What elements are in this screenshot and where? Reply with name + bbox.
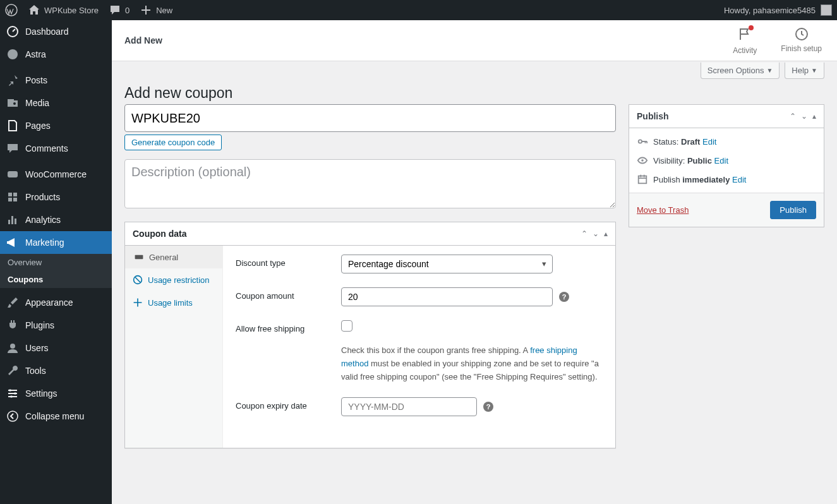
discount-type-select[interactable]: Percentage discount	[341, 255, 553, 273]
plus-icon	[140, 4, 152, 16]
new-link[interactable]: New	[140, 4, 172, 16]
flag-icon	[737, 27, 752, 44]
tab-general[interactable]: General	[125, 246, 222, 268]
free-shipping-checkbox[interactable]	[341, 320, 352, 332]
calendar-icon	[637, 174, 648, 185]
screen-options-tab[interactable]: Screen Options▼	[701, 63, 780, 79]
eye-icon	[637, 155, 648, 166]
wp-logo[interactable]	[5, 4, 18, 16]
media-icon	[6, 97, 19, 109]
brush-icon	[6, 296, 19, 309]
page-title: Add new coupon	[112, 79, 837, 104]
panel-down-icon[interactable]: ⌄	[593, 229, 599, 238]
astra-icon	[6, 48, 19, 61]
products-icon	[6, 191, 19, 203]
sidebar-item-analytics[interactable]: Analytics	[0, 208, 112, 231]
svg-point-3	[13, 102, 16, 105]
site-link[interactable]: WPKube Store	[28, 4, 99, 16]
panel-up-icon[interactable]: ⌃	[790, 112, 796, 121]
comments-link[interactable]: 0	[109, 4, 129, 16]
svg-point-13	[639, 140, 642, 143]
coupon-amount-input[interactable]	[341, 287, 553, 306]
publish-title: Publish	[637, 111, 669, 121]
help-icon[interactable]: ?	[559, 292, 569, 302]
sidebar-item-products[interactable]: Products	[0, 186, 112, 208]
caret-down-icon: ▼	[766, 67, 773, 74]
panel-toggle-icon[interactable]: ▴	[604, 229, 608, 238]
coupon-amount-label: Coupon amount	[236, 287, 341, 301]
sidebar-item-collapse[interactable]: Collapse menu	[0, 405, 112, 428]
expiry-label: Coupon expiry date	[236, 397, 341, 411]
admin-bar: WPKube Store 0 New Howdy, pahasemice5485	[0, 0, 837, 20]
sliders-icon	[6, 387, 19, 400]
tab-usage-limits[interactable]: Usage limits	[125, 291, 222, 314]
limits-icon	[133, 297, 143, 308]
admin-sidebar: Dashboard Astra Posts Media Pages Commen…	[0, 20, 112, 504]
page-icon	[6, 119, 19, 132]
user-icon	[6, 342, 19, 354]
panel-up-icon[interactable]: ⌃	[581, 229, 587, 238]
activity-button[interactable]: Activity	[730, 27, 759, 55]
sidebar-item-marketing[interactable]: Marketing	[0, 231, 112, 254]
avatar[interactable]	[821, 4, 832, 16]
coupon-data-box: Coupon data ⌃ ⌄ ▴ General Usage restrict…	[124, 222, 616, 448]
free-shipping-label: Allow free shipping	[236, 320, 341, 333]
svg-point-2	[8, 49, 18, 59]
sidebar-item-tools[interactable]: Tools	[0, 359, 112, 382]
sidebar-item-pages[interactable]: Pages	[0, 114, 112, 137]
free-shipping-help: Check this box if the coupon grants free…	[341, 344, 603, 383]
sidebar-item-settings[interactable]: Settings	[0, 382, 112, 405]
expiry-input[interactable]	[341, 397, 477, 416]
sidebar-item-media[interactable]: Media	[0, 92, 112, 114]
dashboard-icon	[6, 25, 19, 38]
sidebar-item-woocommerce[interactable]: WooCommerce	[0, 163, 112, 186]
topbar-title: Add New	[124, 35, 162, 45]
woocommerce-icon	[6, 168, 19, 181]
publish-button[interactable]: Publish	[770, 201, 816, 219]
generate-coupon-button[interactable]: Generate coupon code	[124, 135, 222, 150]
restrict-icon	[133, 275, 143, 285]
edit-schedule-link[interactable]: Edit	[732, 175, 746, 184]
coupon-code-input[interactable]	[124, 104, 616, 132]
submenu-overview[interactable]: Overview	[0, 254, 112, 271]
tab-usage-restriction[interactable]: Usage restriction	[125, 268, 222, 291]
howdy-text[interactable]: Howdy, pahasemice5485	[724, 6, 816, 15]
svg-point-9	[8, 411, 18, 421]
svg-rect-4	[8, 171, 18, 177]
submenu-coupons[interactable]: Coupons	[0, 271, 112, 288]
sidebar-item-users[interactable]: Users	[0, 337, 112, 359]
svg-rect-11	[135, 255, 143, 259]
svg-point-7	[14, 392, 16, 395]
key-icon	[637, 136, 648, 147]
edit-visibility-link[interactable]: Edit	[714, 156, 728, 165]
comments-count: 0	[125, 6, 129, 15]
move-to-trash-link[interactable]: Move to Trash	[637, 205, 689, 215]
sidebar-item-dashboard[interactable]: Dashboard	[0, 20, 112, 43]
comment-icon	[6, 142, 19, 155]
comment-icon	[109, 4, 121, 16]
megaphone-icon	[6, 236, 19, 249]
sidebar-item-plugins[interactable]: Plugins	[0, 314, 112, 337]
top-bar: Add New Activity Finish setup	[112, 20, 837, 61]
sidebar-item-comments[interactable]: Comments	[0, 137, 112, 160]
help-tab[interactable]: Help▼	[785, 63, 824, 79]
sidebar-item-appearance[interactable]: Appearance	[0, 291, 112, 314]
svg-rect-15	[639, 176, 647, 184]
panel-toggle-icon[interactable]: ▴	[812, 112, 816, 121]
ticket-icon	[134, 252, 144, 262]
panel-down-icon[interactable]: ⌄	[801, 112, 807, 121]
help-icon[interactable]: ?	[483, 402, 493, 412]
marketing-submenu: Overview Coupons	[0, 254, 112, 288]
svg-point-5	[10, 344, 15, 349]
coupon-data-title: Coupon data	[133, 229, 187, 239]
description-textarea[interactable]	[124, 159, 616, 208]
collapse-icon	[6, 410, 19, 423]
sidebar-item-posts[interactable]: Posts	[0, 69, 112, 92]
finish-setup-button[interactable]: Finish setup	[778, 27, 824, 55]
caret-down-icon: ▼	[811, 67, 817, 74]
edit-status-link[interactable]: Edit	[702, 137, 716, 147]
sidebar-item-astra[interactable]: Astra	[0, 43, 112, 66]
site-name: WPKube Store	[44, 6, 99, 15]
svg-point-14	[641, 159, 644, 162]
svg-point-6	[9, 389, 11, 392]
